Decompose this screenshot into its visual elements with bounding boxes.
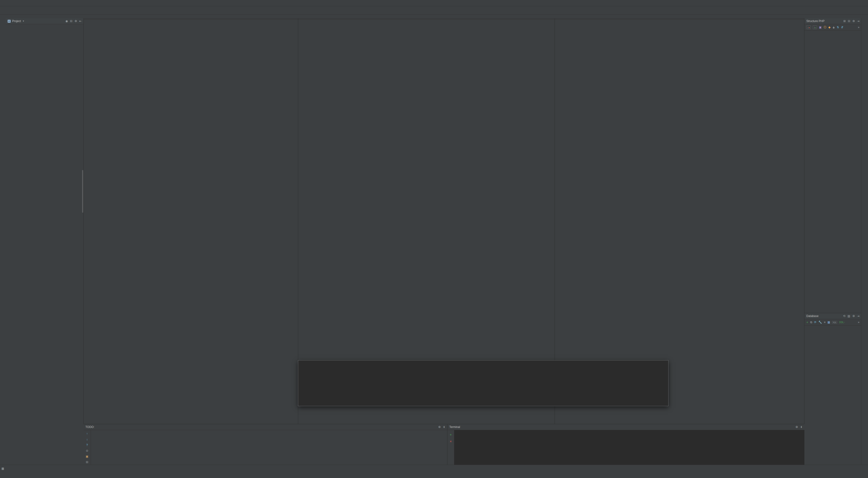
more-icon[interactable]: » (858, 321, 860, 324)
settings-gear-icon[interactable]: ⚙ (852, 314, 855, 318)
todo-panel: TODO: ⚙ ⇟ ↑ ↓ ? ⊙ ▣ ⊟ » (84, 424, 447, 465)
settings-gear-icon[interactable]: ⚙ (796, 425, 798, 429)
editor-pane-left (84, 18, 298, 424)
database-panel-title: Database (806, 314, 818, 318)
prev-todo-icon[interactable]: ↑ (86, 432, 88, 435)
hide-panel-icon[interactable]: ⇟ (800, 425, 803, 429)
sort-visibility-icon[interactable]: ↓● (806, 25, 811, 29)
terminal-panel-title: Terminal (449, 425, 460, 429)
next-todo-icon[interactable]: ↓ (86, 438, 88, 441)
ide-window: PProject▼ ◉ ⊟ ⚙ ⇤ Structure PHP ⊞⊟ ⚙⇥ ↓●… (0, 0, 868, 478)
close-session-icon[interactable]: ✕ (450, 440, 452, 443)
hide-panel-icon[interactable]: ⇟ (443, 425, 445, 429)
help-icon[interactable]: ? (86, 443, 88, 447)
group-methods-icon[interactable]: ⚶ (832, 26, 835, 29)
left-tool-stripe (0, 18, 6, 465)
stop-icon[interactable]: ■ (824, 321, 826, 324)
project-scrollbar[interactable] (82, 170, 83, 213)
show-constants-icon[interactable]: ◆ (828, 26, 831, 29)
structure-panel-title: Structure PHP (806, 20, 825, 23)
terminal-output[interactable] (454, 430, 804, 465)
database-toolbar: + ⧉ ⟳ 🔧 ■ ▦ SQL DDL↑ » (804, 319, 861, 325)
structure-panel: Structure PHP ⊞⊟ ⚙⇥ ↓● ↓a ▣ ⓕ ◆ ⚶ ⇅ ⇵ » (804, 18, 861, 313)
sort-alpha-icon[interactable]: ↓a (813, 25, 817, 29)
project-panel: PProject▼ ◉ ⊟ ⚙ ⇤ (6, 18, 84, 465)
collapse-icon[interactable]: ⇵ (841, 26, 843, 29)
new-session-icon[interactable]: + (450, 433, 452, 437)
group-by-icon[interactable]: ▣ (86, 455, 88, 458)
settings-gear-icon[interactable]: ⚙ (852, 20, 855, 23)
show-fields-icon[interactable]: ▣ (819, 26, 822, 29)
project-panel-title: Project (12, 20, 21, 23)
properties-icon[interactable]: 🔧 (818, 321, 822, 324)
console-icon[interactable]: SQL (832, 321, 837, 324)
project-panel-header: PProject▼ ◉ ⊟ ⚙ ⇤ (6, 18, 84, 24)
structure-toolbar: ↓● ↓a ▣ ⓕ ◆ ⚶ ⇅ ⇵ » (804, 24, 861, 31)
sql-console-icon[interactable]: ▤ (847, 314, 850, 318)
refresh-icon[interactable]: ⟳ (814, 321, 816, 324)
project-tree (6, 24, 84, 465)
terminal-panel: Terminal ⚙⇟ + ✕ (447, 424, 804, 465)
expand-all-icon[interactable]: ⊞ (843, 20, 846, 23)
ddl-icon[interactable]: DDL↑ (839, 321, 845, 324)
hide-panel-icon[interactable]: ⇥ (857, 20, 860, 23)
tool-window-switcher-icon[interactable]: ▦ (1, 467, 4, 470)
collapse-all-icon[interactable]: ⊟ (70, 20, 72, 23)
duplicate-icon[interactable]: ⧉ (810, 321, 812, 324)
terminal-side-toolbar: + ✕ (447, 430, 454, 465)
show-inherited-icon[interactable]: ⓕ (824, 25, 827, 29)
locate-file-icon[interactable]: ◉ (65, 20, 68, 23)
settings-gear-icon[interactable]: ⚙ (74, 20, 77, 23)
menu-bar (0, 0, 868, 6)
bottom-tool-stripe: ▦ (0, 465, 868, 472)
table-editor-icon[interactable]: ▦ (828, 321, 830, 324)
settings-gear-icon[interactable]: ⚙ (438, 425, 441, 429)
flatten-icon[interactable]: ⊟ (86, 460, 88, 464)
database-panel: Database ⟲▤ ⚙⇥ + ⧉ ⟳ 🔧 ■ ▦ SQL DDL↑ » (804, 313, 861, 465)
autoscroll-icon[interactable]: ⊙ (86, 449, 88, 452)
add-datasource-icon[interactable]: + (806, 320, 808, 324)
hide-panel-icon[interactable]: ⇥ (857, 314, 860, 318)
todo-side-toolbar: ↑ ↓ ? ⊙ ▣ ⊟ » (84, 430, 91, 465)
collapse-all-icon[interactable]: ⊟ (848, 20, 850, 23)
main-toolbar (0, 6, 868, 14)
more-icon[interactable]: » (858, 26, 860, 29)
expand-icon[interactable]: ⇅ (837, 26, 839, 29)
hide-panel-icon[interactable]: ⇤ (79, 20, 82, 23)
project-icon: P (8, 20, 11, 23)
todo-panel-title: TODO: (85, 425, 94, 429)
right-tool-stripe (861, 18, 868, 465)
todo-tree (91, 430, 447, 465)
editor-lens-popup (298, 360, 669, 406)
sync-db-icon[interactable]: ⟲ (843, 314, 845, 318)
